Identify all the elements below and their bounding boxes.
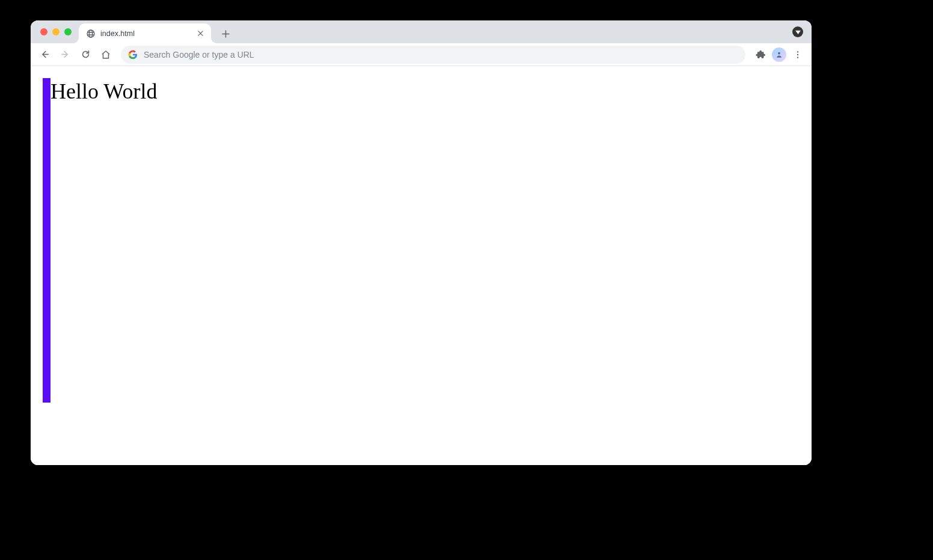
google-icon: [128, 50, 138, 59]
browser-window: index.html: [31, 20, 812, 465]
tab-search-button[interactable]: [792, 26, 803, 37]
address-bar-placeholder: Search Google or type a URL: [144, 50, 738, 59]
window-zoom-button[interactable]: [64, 28, 72, 35]
profile-avatar[interactable]: [772, 47, 786, 62]
window-close-button[interactable]: [40, 28, 47, 35]
tab-title: index.html: [100, 29, 191, 38]
new-tab-button[interactable]: [217, 25, 234, 42]
vertical-bar: [43, 78, 50, 403]
svg-point-5: [797, 56, 798, 58]
svg-point-2: [778, 52, 780, 54]
tab-strip: index.html: [31, 20, 812, 43]
address-bar[interactable]: Search Google or type a URL: [121, 46, 745, 64]
browser-tab[interactable]: index.html: [79, 23, 211, 43]
home-button[interactable]: [97, 46, 115, 64]
window-minimize-button[interactable]: [52, 28, 60, 35]
back-button[interactable]: [35, 46, 54, 64]
reload-button[interactable]: [76, 46, 94, 64]
page-viewport: Hello World: [31, 66, 812, 465]
svg-point-1: [89, 30, 92, 37]
forward-button[interactable]: [56, 46, 74, 64]
svg-point-4: [797, 53, 798, 55]
extensions-button[interactable]: [751, 46, 769, 64]
tab-close-button[interactable]: [195, 29, 205, 38]
svg-point-3: [797, 51, 798, 52]
toolbar: Search Google or type a URL: [31, 43, 812, 66]
chrome-menu-button[interactable]: [789, 46, 807, 64]
globe-icon: [86, 29, 96, 38]
window-controls: [40, 28, 72, 35]
page-heading: Hello World: [50, 78, 157, 102]
svg-point-0: [87, 30, 94, 37]
page-content: Hello World: [43, 78, 157, 403]
